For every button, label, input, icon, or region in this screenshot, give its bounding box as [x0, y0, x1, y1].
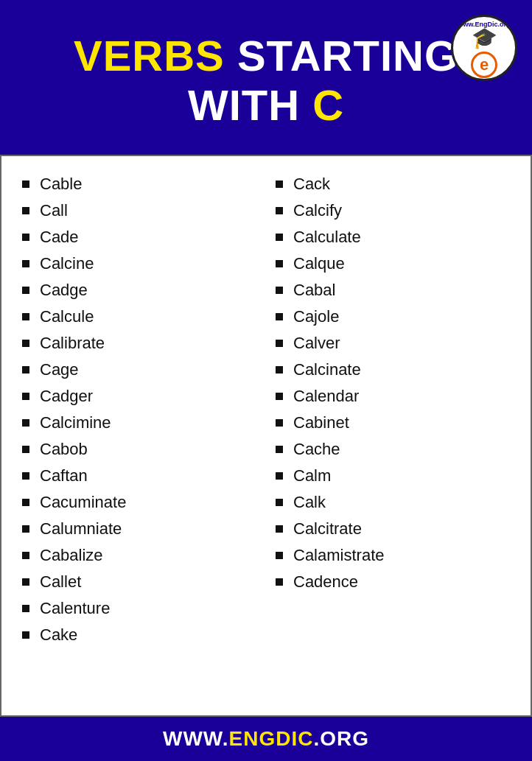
- bullet-icon: [276, 499, 283, 506]
- bullet-icon: [276, 419, 283, 427]
- bullet-icon: [276, 260, 283, 267]
- bullet-icon: [22, 340, 29, 347]
- word-text: Calcimine: [40, 413, 111, 432]
- list-item: Calcinate: [270, 357, 523, 383]
- bullet-icon: [22, 525, 29, 533]
- bullet-icon: [22, 180, 29, 188]
- word-text: Calcine: [40, 254, 94, 273]
- bullet-icon: [22, 631, 29, 639]
- list-item: Cage: [16, 357, 270, 383]
- bullet-icon: [22, 260, 29, 267]
- list-item: Cabal: [270, 277, 523, 304]
- bullet-icon: [22, 234, 29, 241]
- bullet-icon: [276, 393, 283, 400]
- header-title: VERBS STARTING WITH C: [74, 32, 458, 130]
- header-c: C: [312, 81, 344, 129]
- bullet-icon: [276, 552, 283, 559]
- list-item: Cack: [270, 171, 523, 197]
- list-item: Calque: [270, 250, 523, 277]
- bullet-icon: [22, 366, 29, 374]
- bullet-icon: [22, 393, 29, 400]
- word-text: Calver: [293, 334, 340, 353]
- bullet-icon: [276, 525, 283, 533]
- list-item: Calcitrate: [270, 516, 523, 542]
- word-text: Cache: [293, 440, 340, 459]
- bullet-icon: [22, 472, 29, 480]
- list-item: Caftan: [16, 463, 270, 489]
- list-item: Cabalize: [16, 542, 270, 569]
- list-item: Cable: [16, 171, 270, 197]
- word-text: Calenture: [40, 599, 110, 618]
- list-item: Callet: [16, 569, 270, 595]
- word-text: Calque: [293, 254, 345, 273]
- list-item: Cadger: [16, 383, 270, 410]
- list-item: Cajole: [270, 304, 523, 330]
- graduation-cap-icon: 🎓: [472, 26, 497, 50]
- footer: WWW.ENGDIC.ORG: [0, 717, 532, 761]
- list-item: Calcine: [16, 250, 270, 277]
- bullet-icon: [22, 287, 29, 294]
- header: VERBS STARTING WITH C www.EngDic.org 🎓 e: [0, 0, 532, 155]
- list-item: Calendar: [270, 383, 523, 410]
- list-item: Calumniate: [16, 516, 270, 542]
- bullet-icon: [276, 207, 283, 214]
- list-item: Calcimine: [16, 410, 270, 436]
- list-item: Cache: [270, 436, 523, 463]
- list-item: Calcify: [270, 197, 523, 224]
- list-item: Cabinet: [270, 410, 523, 436]
- list-item: Calibrate: [16, 330, 270, 357]
- word-text: Cadence: [293, 572, 358, 592]
- word-text: Calcinate: [293, 360, 361, 379]
- footer-text: WWW.ENGDIC.ORG: [15, 727, 517, 751]
- word-text: Calcitrate: [293, 519, 362, 539]
- bullet-icon: [22, 499, 29, 506]
- bullet-icon: [276, 472, 283, 480]
- word-text: Callet: [40, 572, 81, 592]
- list-item: Calk: [270, 489, 523, 516]
- word-text: Calm: [293, 466, 331, 485]
- word-text: Calcify: [293, 201, 342, 220]
- word-text: Cabinet: [293, 413, 349, 432]
- bullet-icon: [276, 578, 283, 586]
- bullet-icon: [276, 313, 283, 320]
- bullet-icon: [22, 419, 29, 427]
- word-text: Calibrate: [40, 334, 105, 353]
- list-item: Calculate: [270, 224, 523, 250]
- word-text: Cajole: [293, 307, 339, 326]
- bullet-icon: [276, 366, 283, 374]
- footer-engdic: ENGDIC: [229, 727, 314, 750]
- word-text: Calcule: [40, 307, 94, 326]
- bullet-icon: [22, 605, 29, 612]
- list-item: Calm: [270, 463, 523, 489]
- bullet-icon: [276, 180, 283, 188]
- word-text: Cable: [40, 175, 82, 194]
- word-text: Call: [40, 201, 68, 220]
- word-text: Cake: [40, 625, 77, 645]
- word-text: Cabalize: [40, 546, 103, 565]
- word-text: Cage: [40, 360, 79, 379]
- word-list-content: CableCallCadeCalcineCadgeCalculeCalibrat…: [0, 155, 532, 717]
- word-text: Cabob: [40, 440, 88, 459]
- list-item: Cadence: [270, 569, 523, 595]
- footer-org: .ORG: [313, 727, 369, 750]
- right-column: CackCalcifyCalculateCalqueCabalCajoleCal…: [270, 171, 523, 648]
- logo-letter: e: [471, 52, 497, 78]
- list-item: Calcule: [16, 304, 270, 330]
- word-text: Calendar: [293, 387, 359, 406]
- bullet-icon: [276, 287, 283, 294]
- word-text: Cack: [293, 175, 330, 194]
- bullet-icon: [276, 234, 283, 241]
- word-grid: CableCallCadeCalcineCadgeCalculeCalibrat…: [16, 171, 523, 648]
- footer-www: WWW.: [163, 727, 229, 750]
- word-text: Calk: [293, 493, 326, 512]
- logo: www.EngDic.org 🎓 e: [451, 15, 517, 81]
- bullet-icon: [276, 446, 283, 453]
- bullet-icon: [22, 207, 29, 214]
- list-item: Call: [16, 197, 270, 224]
- header-starting: STARTING: [237, 32, 458, 80]
- word-text: Cade: [40, 228, 79, 247]
- word-text: Cabal: [293, 281, 335, 300]
- list-item: Cade: [16, 224, 270, 250]
- bullet-icon: [22, 552, 29, 559]
- word-text: Calamistrate: [293, 546, 384, 565]
